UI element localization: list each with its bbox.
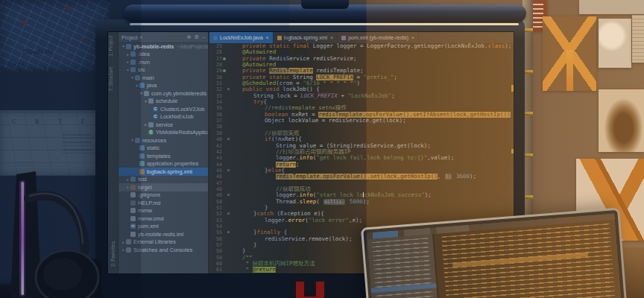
expand-arrow-icon[interactable]: ▸ (125, 60, 130, 64)
tree-item[interactable]: mvnw (119, 207, 208, 215)
expand-arrow-icon[interactable]: ▾ (134, 83, 139, 88)
fold-spacer (227, 180, 231, 186)
tree-item[interactable]: ▾main (119, 74, 208, 82)
tree-item[interactable]: ▾src (119, 66, 208, 74)
tree-item[interactable]: application.properties (119, 160, 208, 168)
expand-arrow-icon[interactable]: ▾ (121, 44, 126, 48)
code-line-27[interactable]: 27private RedisService redisService; (209, 56, 511, 62)
code-line-47[interactable]: 47 (209, 180, 511, 186)
close-icon[interactable]: × (330, 35, 333, 40)
tree-item[interactable]: CYbMobileRedisApplication (119, 129, 208, 137)
tree-item-label: main (142, 74, 154, 81)
code-line-34[interactable]: 34try{ (209, 99, 511, 105)
code-line-26[interactable]: 26@Autowired (209, 49, 511, 55)
tree-item[interactable]: ▸External Libraries (119, 238, 208, 247)
fold-marker-icon[interactable] (227, 86, 231, 92)
tree-item[interactable]: CClusterLockV2Job (119, 105, 208, 113)
tree-item[interactable]: ▸Scratches and Consoles (119, 246, 208, 254)
tree-item[interactable]: ▸target (119, 183, 208, 191)
fold-marker-icon[interactable] (227, 192, 231, 198)
code-line-50[interactable]: 50Thread.sleep( millis: 5000); (209, 199, 511, 205)
tree-item[interactable]: .gitignore (119, 191, 208, 200)
code-line-51[interactable]: 51} (209, 205, 511, 211)
fold-spacer (227, 124, 231, 130)
code-line-31[interactable]: 31@Scheduled(cron = "0/10 * * * * *") (209, 80, 511, 86)
fold-marker-icon[interactable] (227, 211, 231, 217)
tree-item[interactable]: logback-spring.xml (119, 168, 208, 176)
tree-item-label: com.cyb.ybmobileredis (151, 90, 206, 97)
wall-map-chart: C R T E D.2 E.2 D.2 (0, 110, 104, 176)
tree-item-label: templates (147, 153, 171, 159)
fold-spacer (227, 236, 231, 242)
tree-item[interactable]: HELP.md (119, 199, 208, 207)
tool-window-button[interactable]: 7: Structure (108, 66, 113, 92)
tree-item[interactable]: static (119, 145, 208, 153)
editor-tab[interactable]: logback-spring.xml× (274, 32, 338, 43)
tree-item[interactable]: ▸.idea (119, 51, 208, 59)
code-line-33[interactable]: 33String lock = LOCK_PREFIX + "LockNxExJ… (209, 93, 511, 99)
tool-window-button[interactable]: 1: Project (108, 36, 113, 56)
expand-arrow-icon[interactable]: ▸ (125, 52, 130, 57)
tree-item-label: logback-spring.xml (147, 168, 192, 175)
tool-window-button[interactable]: 2: Favorites (110, 241, 116, 267)
code-line-43[interactable]: 43logger.info("get lock fail,lock belong… (209, 155, 511, 161)
locate-icon[interactable]: ⊕ (187, 34, 192, 40)
tree-item[interactable]: templates (119, 152, 208, 160)
tree-item[interactable]: ▾resources (119, 136, 208, 145)
editor-tab[interactable]: pom.xml (yb-mobile-redis)× (338, 32, 419, 43)
expand-arrow-icon[interactable]: ▾ (130, 138, 135, 142)
tree-item[interactable]: ▾java (119, 82, 208, 90)
expand-arrow-icon[interactable]: ▾ (143, 99, 148, 104)
code-line-32[interactable]: 32public void lockJob() { (209, 86, 511, 92)
code-line-49[interactable]: 49logger.info("start lock lockNxExJob su… (209, 192, 511, 198)
editor-tab[interactable]: LockNxExJob.java× (209, 32, 274, 43)
tree-item[interactable]: mvnw.cmd (119, 215, 208, 223)
code-line-39[interactable]: 39//获取锁失败 (209, 130, 511, 136)
tree-item[interactable]: mpom.xml (119, 223, 208, 231)
tree-item[interactable]: ▸test (119, 176, 208, 184)
fold-marker-icon[interactable] (227, 168, 231, 174)
tree-item[interactable]: ▾schedule (119, 98, 208, 106)
tree-item[interactable]: yb-mobile-redis.iml (119, 230, 208, 238)
expand-arrow-icon[interactable]: ▾ (139, 91, 144, 95)
tree-item[interactable]: ▸service (119, 121, 208, 129)
expand-arrow-icon[interactable]: ▸ (121, 240, 126, 244)
tree-item[interactable]: ▸.mvn (119, 58, 208, 66)
code-line-46[interactable]: 46redisTemplate.opsForValue().set(lock,g… (209, 174, 511, 180)
gear-icon[interactable]: ⚙ (195, 34, 199, 40)
fold-marker-icon[interactable] (227, 229, 231, 235)
light-bar-glow (130, 23, 519, 25)
code-line-37[interactable]: 37Object lockValue = redisService.get(lo… (209, 118, 511, 124)
code-line-42[interactable]: 42//打印当前占用锁的服务器IP (209, 149, 511, 155)
code-line-52[interactable]: 52}catch (Exception e){ (209, 211, 511, 217)
wall-map-city: Citadelle Gora Wroniowska (0, 0, 110, 72)
code-line-25[interactable]: 25private static final Logger logger = L… (209, 43, 511, 49)
project-panel-title[interactable]: Project (121, 35, 138, 40)
code-line-29[interactable]: 29private RedisTemplate redisTemplate; (209, 68, 511, 74)
expand-arrow-icon[interactable]: ▸ (125, 177, 130, 182)
code-line-28[interactable]: 28@Autowired (209, 62, 511, 68)
code-line-35[interactable]: 35//redistemplate setnx操作 (209, 105, 511, 111)
expand-arrow-icon[interactable]: ▾ (130, 75, 135, 80)
code-line-44[interactable]: 44return; (209, 162, 511, 168)
chevron-down-icon[interactable]: ▾ (140, 35, 184, 39)
close-icon[interactable]: × (266, 35, 269, 40)
code-line-38[interactable]: 38 (209, 124, 511, 130)
expand-arrow-icon[interactable]: ▸ (121, 247, 126, 252)
tree-item[interactable]: ▾yb-mobile-redis~/IdeaProjects/yb-mobil (119, 42, 208, 51)
code-line-30[interactable]: 30private static String LOCK_PREFIX = "p… (209, 74, 511, 80)
code-line-40[interactable]: 40if(!nxRet){ (209, 136, 511, 142)
expand-arrow-icon[interactable]: ▸ (143, 122, 148, 127)
code-line-36[interactable]: 36boolean nxRet = redisTemplate.opsForVa… (209, 112, 511, 118)
expand-arrow-icon[interactable]: ▸ (125, 185, 130, 189)
code-line-48[interactable]: 48//获取锁成功 (209, 186, 511, 192)
hide-panel-icon[interactable]: − (202, 35, 205, 40)
expand-arrow-icon[interactable]: ▾ (125, 68, 130, 72)
fold-marker-icon[interactable] (227, 136, 231, 142)
tree-item[interactable]: CLockNxExJob (119, 113, 208, 121)
code-line-45[interactable]: 45}else{ (209, 168, 511, 174)
tree-item[interactable]: ▾com.cyb.ybmobileredis (119, 89, 208, 98)
code-line-41[interactable]: 41String value = (String)redisService.ge… (209, 143, 511, 149)
close-icon[interactable]: × (411, 35, 414, 40)
tree-item-label: service (156, 121, 173, 128)
